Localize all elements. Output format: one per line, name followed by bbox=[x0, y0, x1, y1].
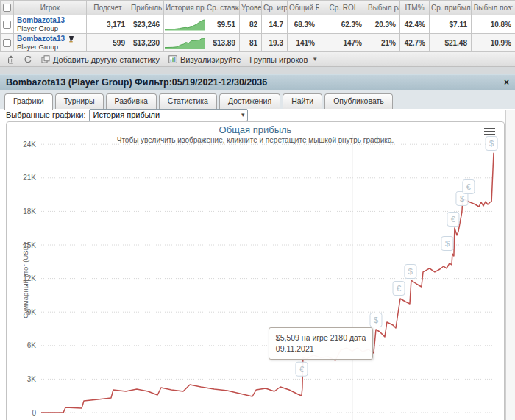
chart-select-value: История прибыли bbox=[93, 110, 160, 119]
col-avg-games[interactable]: Ср. игр bbox=[262, 1, 288, 15]
player-group-label: Player Group bbox=[17, 24, 58, 32]
tab-breakdown[interactable]: Разбивка bbox=[106, 93, 157, 109]
cell-profit: $13,230 bbox=[129, 34, 164, 52]
col-out-early[interactable]: Выбыл ран bbox=[366, 1, 400, 15]
col-level[interactable]: Урове› bbox=[240, 1, 262, 15]
svg-text:15K: 15K bbox=[23, 241, 36, 249]
vertical-scrollbar[interactable] bbox=[505, 110, 515, 420]
col-itm[interactable]: ITM% bbox=[400, 1, 430, 15]
svg-text:€: € bbox=[299, 365, 304, 374]
cell-avg-roi: 62.3% bbox=[319, 15, 366, 34]
separator bbox=[0, 67, 515, 74]
delete-button[interactable] bbox=[4, 54, 17, 65]
cell-avg-stake: $9.51 bbox=[205, 15, 240, 34]
add-statistic-button[interactable]: Добавить другую статистику bbox=[39, 54, 162, 65]
cell-avg-stake: $13.89 bbox=[205, 34, 240, 52]
svg-text:24K: 24K bbox=[23, 140, 36, 149]
player-link[interactable]: Bombazota13 bbox=[17, 35, 65, 43]
svg-text:0: 0 bbox=[32, 409, 36, 417]
select-all-checkbox[interactable] bbox=[3, 4, 11, 12]
svg-text:21K: 21K bbox=[23, 174, 36, 182]
profit-chart[interactable]: Общая прибыль Чтобы увеличить изображени… bbox=[6, 121, 505, 420]
svg-text:$: $ bbox=[374, 316, 378, 324]
table-row: Bombazota13 Player Group 599 $13,230 $13… bbox=[1, 34, 515, 52]
cell-itm: 42.4% bbox=[400, 15, 430, 34]
col-avg-stake[interactable]: Ср. ставка bbox=[205, 1, 240, 15]
table-toolbar: Добавить другую статистику Визуализируйт… bbox=[0, 52, 515, 67]
col-profit-history[interactable]: История приб bbox=[164, 1, 205, 15]
player-groups-button[interactable]: Группы игроков ▼ bbox=[247, 54, 320, 65]
tab-charts[interactable]: Графики bbox=[4, 93, 53, 110]
add-statistic-label: Добавить другую статистику bbox=[53, 55, 160, 64]
player-group-label: Player Group bbox=[17, 43, 58, 51]
col-player[interactable]: Игрок bbox=[14, 1, 87, 15]
tab-publish[interactable]: Опубликовать bbox=[324, 93, 393, 109]
tooltip-line2: 09.11.2021 bbox=[276, 344, 314, 353]
cell-out-late: 10.9% bbox=[472, 34, 515, 52]
tracked-player-icon bbox=[68, 35, 75, 43]
cell-count: 599 bbox=[87, 34, 129, 52]
tab-statistics[interactable]: Статистика bbox=[159, 93, 217, 109]
charts-select-label: Выбранные графики: bbox=[6, 110, 85, 119]
cell-avg-roi: 147% bbox=[319, 34, 366, 52]
cell-total-roi: 141% bbox=[288, 34, 319, 52]
player-groups-label: Группы игроков bbox=[249, 55, 308, 64]
player-detail-panel: Bombazota13 (Player Group) Фильтр:05/19/… bbox=[0, 74, 515, 420]
cell-count: 3,171 bbox=[87, 15, 129, 34]
col-profit[interactable]: Прибыль bbox=[129, 1, 164, 15]
panel-tabs: Графики Турниры Разбивка Статистика Дост… bbox=[0, 90, 515, 109]
svg-text:$: $ bbox=[445, 239, 450, 248]
svg-text:12K: 12K bbox=[23, 274, 36, 282]
cell-out-early: 21% bbox=[366, 34, 400, 52]
visualize-button[interactable]: Визуализируйте bbox=[166, 54, 243, 65]
cell-profit: $23,246 bbox=[129, 15, 164, 34]
visualize-label: Визуализируйте bbox=[180, 55, 241, 64]
cell-level: 81 bbox=[240, 34, 262, 52]
cell-avg-games: 19.3 bbox=[262, 34, 288, 52]
chart-tooltip: $5,509 на игре 2180 дата 09.11.2021 bbox=[269, 327, 373, 360]
tab-achievements[interactable]: Достижения bbox=[219, 93, 280, 109]
cell-level: 82 bbox=[240, 15, 262, 34]
cell-out-late: 10.8% bbox=[472, 15, 515, 34]
profit-sparkline bbox=[164, 15, 205, 34]
panel-title: Bombazota13 (Player Group) Фильтр:05/19/… bbox=[6, 77, 267, 88]
svg-text:$: $ bbox=[489, 139, 494, 148]
table-header-row: Игрок Подсчет Прибыль История приб Ср. с… bbox=[1, 1, 515, 15]
cell-itm: 42.7% bbox=[400, 34, 430, 52]
profit-sparkline bbox=[164, 34, 205, 52]
col-total-roi[interactable]: Общий RO: bbox=[288, 1, 319, 15]
close-icon[interactable]: × bbox=[504, 78, 509, 87]
col-count[interactable]: Подсчет bbox=[87, 1, 129, 15]
cell-avg-games: 14.7 bbox=[262, 15, 288, 34]
svg-text:6K: 6K bbox=[27, 342, 37, 350]
svg-text:3K: 3K bbox=[27, 375, 37, 383]
panel-title-bar: Bombazota13 (Player Group) Фильтр:05/19/… bbox=[0, 74, 515, 90]
profit-chart-svg: 03K6K9K12K15K18K21K24K€$€$$€$€$ bbox=[7, 122, 505, 420]
refresh-button[interactable] bbox=[21, 54, 35, 65]
col-avg-roi[interactable]: Ср. ROI bbox=[319, 1, 366, 15]
row-checkbox[interactable] bbox=[3, 21, 11, 29]
cell-total-roi: 68.3% bbox=[288, 15, 319, 34]
svg-text:18K: 18K bbox=[23, 207, 36, 216]
cell-out-early: 20.3% bbox=[366, 15, 400, 34]
table-row: Bombazota13 Player Group 3,171 $23,246 $… bbox=[1, 15, 515, 34]
tooltip-line1: $5,509 на игре 2180 дата bbox=[276, 333, 366, 342]
player-stats-table: Игрок Подсчет Прибыль История приб Ср. с… bbox=[0, 0, 515, 52]
cell-avg-profit: $7.11 bbox=[430, 15, 472, 34]
chevron-down-icon: ▼ bbox=[312, 56, 318, 63]
svg-text:$: $ bbox=[460, 194, 464, 203]
chart-type-select[interactable]: История прибыли ▾ bbox=[89, 109, 248, 121]
svg-text:€: € bbox=[451, 215, 455, 224]
player-link[interactable]: Bombazota13 bbox=[17, 17, 65, 24]
svg-text:9K: 9K bbox=[27, 308, 37, 316]
svg-text:$: $ bbox=[408, 267, 413, 276]
col-out-late[interactable]: Выбыл поз: bbox=[472, 1, 515, 15]
select-caret-icon: ▾ bbox=[241, 111, 245, 118]
col-avg-profit[interactable]: Ср. прибыль bbox=[430, 1, 472, 15]
chart-select-row: Выбранные графики: История прибыли ▾ bbox=[0, 109, 515, 120]
tab-find[interactable]: Найти bbox=[283, 93, 322, 109]
cell-avg-profit: $21.48 bbox=[430, 34, 472, 52]
row-checkbox[interactable] bbox=[3, 39, 11, 47]
tab-tournaments[interactable]: Турниры bbox=[55, 93, 104, 109]
svg-text:€: € bbox=[466, 182, 471, 191]
